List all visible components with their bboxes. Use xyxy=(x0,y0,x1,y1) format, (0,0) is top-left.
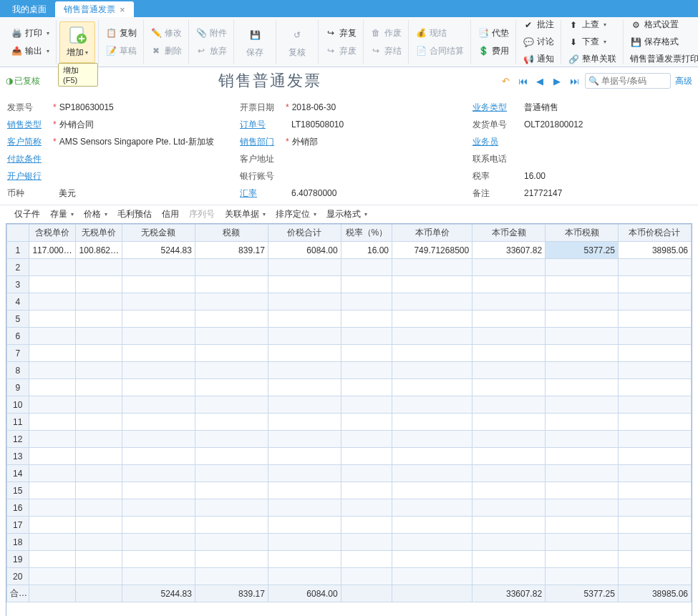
grid-cell[interactable] xyxy=(29,551,75,568)
grid-cell[interactable] xyxy=(268,276,341,293)
curr-value[interactable]: 美元 xyxy=(59,187,76,200)
grid-cell[interactable] xyxy=(392,568,472,585)
grid-cell[interactable] xyxy=(472,276,546,293)
grid-cell[interactable] xyxy=(546,362,619,379)
grid-cell[interactable] xyxy=(546,396,619,414)
grid-cell[interactable]: 839.17 xyxy=(195,242,268,259)
grid-cell[interactable] xyxy=(122,396,195,414)
grid-cell[interactable]: 5244.83 xyxy=(122,242,195,259)
attach-button[interactable]: 📎附件 xyxy=(192,25,231,41)
grid-cell[interactable] xyxy=(122,568,195,585)
grid-cell[interactable] xyxy=(472,517,546,534)
row-number[interactable]: 11 xyxy=(7,414,29,431)
sales-label[interactable]: 业务员 xyxy=(472,136,515,148)
grid-cell[interactable] xyxy=(122,345,195,362)
grid-cell[interactable] xyxy=(268,379,341,396)
memo-value[interactable]: 21772147 xyxy=(524,188,562,198)
rate-value[interactable]: 6.40780000 xyxy=(291,188,336,198)
biz-value[interactable]: 普通销售 xyxy=(524,102,558,114)
grid-cell[interactable] xyxy=(75,517,122,534)
grid-cell[interactable] xyxy=(392,379,472,396)
grid-cell[interactable] xyxy=(268,362,341,379)
grid-cell[interactable] xyxy=(546,568,619,585)
grid-cell[interactable] xyxy=(341,276,392,293)
grid-cell[interactable] xyxy=(268,311,341,328)
grid-cell[interactable] xyxy=(122,431,195,448)
grid-cell[interactable] xyxy=(392,311,472,328)
grid-cell[interactable] xyxy=(392,448,472,465)
grid-cell[interactable] xyxy=(195,379,268,396)
grid-cell[interactable] xyxy=(341,259,392,276)
grid-cell[interactable] xyxy=(75,311,122,328)
up-search-button[interactable]: ⬆上查▾ xyxy=(564,17,620,33)
rate-label[interactable]: 汇率 xyxy=(240,187,283,200)
serial-button[interactable]: 序列号 xyxy=(189,208,215,220)
grid-cell[interactable] xyxy=(618,311,691,328)
grid-cell[interactable] xyxy=(75,551,122,568)
pay-label[interactable]: 付款条件 xyxy=(7,153,50,165)
grid-cell[interactable] xyxy=(546,499,619,517)
date-value[interactable]: 2018-06-30 xyxy=(292,102,336,112)
row-number[interactable]: 15 xyxy=(7,482,29,499)
grid-cell[interactable] xyxy=(392,293,472,311)
format-button[interactable]: ⚙格式设置 xyxy=(626,17,698,33)
grid-cell[interactable] xyxy=(392,396,472,414)
grid-cell[interactable] xyxy=(618,448,691,465)
discard3-button[interactable]: ↪弃结 xyxy=(367,43,405,59)
grid-cell[interactable] xyxy=(618,396,691,414)
grid-cell[interactable] xyxy=(618,551,691,568)
row-number[interactable]: 7 xyxy=(7,345,29,362)
recheck-button[interactable]: ↺复核 xyxy=(279,21,315,63)
grid-cell[interactable] xyxy=(195,551,268,568)
grid-cell[interactable] xyxy=(122,499,195,517)
save-button[interactable]: 💾保存 xyxy=(237,21,273,63)
grid-cell[interactable] xyxy=(122,276,195,293)
sort-button[interactable]: 排序定位▾ xyxy=(276,208,316,220)
table-row[interactable]: 19 xyxy=(7,551,692,568)
current-button[interactable]: 💰现结 xyxy=(412,25,467,41)
bank-label[interactable]: 开户银行 xyxy=(7,170,50,182)
discard2-button[interactable]: ↪弃废 xyxy=(321,43,360,59)
row-number[interactable]: 1 xyxy=(7,242,29,259)
grid-cell[interactable] xyxy=(546,345,619,362)
last-record-icon[interactable]: ⏭ xyxy=(568,74,581,87)
grid-cell[interactable] xyxy=(472,362,546,379)
grid-cell[interactable] xyxy=(618,431,691,448)
cust-value[interactable]: AMS Sensors Singapore Pte. Ltd-新加坡 xyxy=(59,136,214,148)
child-button[interactable]: 仅子件 xyxy=(14,208,40,220)
grid-cell[interactable]: 749.71268500 xyxy=(392,242,472,259)
grid-cell[interactable] xyxy=(195,431,268,448)
copy-button[interactable]: 📋复制 xyxy=(102,25,140,41)
grid-cell[interactable] xyxy=(546,259,619,276)
invoice-no-value[interactable]: SP180630015 xyxy=(59,102,114,112)
grid-cell[interactable] xyxy=(268,517,341,534)
grid-cell[interactable] xyxy=(268,328,341,345)
grid-cell[interactable] xyxy=(268,414,341,431)
grid-cell[interactable] xyxy=(546,379,619,396)
data-grid[interactable]: 含税单价 无税单价 无税金额 税额 价税合计 税率（%） 本币单价 本币金额 本… xyxy=(6,223,692,616)
table-row[interactable]: 15 xyxy=(7,482,692,499)
grid-cell[interactable] xyxy=(341,362,392,379)
row-number[interactable]: 13 xyxy=(7,448,29,465)
profit-button[interactable]: 毛利预估 xyxy=(117,208,152,220)
grid-cell[interactable] xyxy=(75,465,122,482)
grid-cell[interactable] xyxy=(75,293,122,311)
table-row[interactable]: 14 xyxy=(7,465,692,482)
table-row[interactable]: 11 xyxy=(7,414,692,431)
biz-label[interactable]: 业务类型 xyxy=(472,102,515,114)
grid-cell[interactable] xyxy=(472,482,546,499)
grid-cell[interactable] xyxy=(546,276,619,293)
modify-button[interactable]: ✏️修改 xyxy=(147,25,185,41)
grid-cell[interactable] xyxy=(75,431,122,448)
row-number[interactable]: 3 xyxy=(7,276,29,293)
grid-cell[interactable] xyxy=(472,328,546,345)
grid-cell[interactable] xyxy=(472,345,546,362)
grid-cell[interactable] xyxy=(29,276,75,293)
col-header[interactable]: 本币税额 xyxy=(546,225,619,242)
grid-cell[interactable] xyxy=(341,568,392,585)
grid-cell[interactable] xyxy=(341,293,392,311)
grid-cell[interactable] xyxy=(268,396,341,414)
grid-cell[interactable] xyxy=(341,482,392,499)
table-row[interactable]: 20 xyxy=(7,568,692,585)
grid-cell[interactable] xyxy=(546,534,619,551)
